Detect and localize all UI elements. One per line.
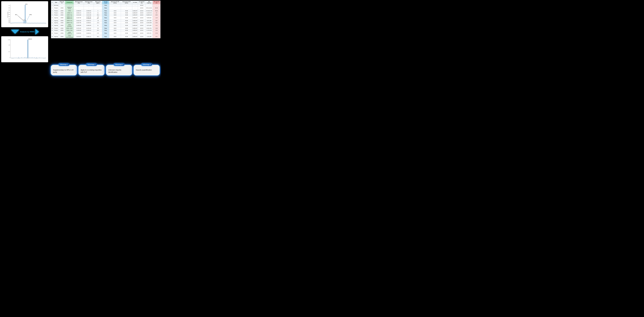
advantage-title-1: Advantage 1: [58, 63, 70, 66]
table-cell: 24,694.19: [84, 29, 94, 31]
table-cell: 49.93: [109, 31, 121, 35]
table-cell: 24,649.54: [74, 31, 84, 35]
table-cell: 100.00: [138, 10, 146, 12]
table-cell: Impurity: [53, 24, 59, 27]
advantage-card-4: Advantage 4Impurity quantification: [134, 65, 160, 75]
table-cell: 100.00: [138, 31, 146, 35]
table-cell: 24,631.09: [84, 12, 94, 14]
table-cell: 5,971,833: [146, 24, 153, 27]
table-cell: 49.93: [109, 27, 121, 29]
table-cell: 0.67: [153, 19, 160, 22]
table-cell: 49.88: [121, 19, 132, 22]
table-cell: 24,614.98: [84, 14, 94, 16]
col-header-type: Type: [53, 1, 59, 4]
table-cell: -: [132, 4, 138, 6]
ms-chart: 1.5e8 1e8 5e7 0 23500 24000 24500 25000 …: [1, 36, 48, 62]
advantage-title-3: Advantage 3: [114, 63, 125, 66]
table-cell: 100.00: [138, 4, 146, 6]
advantage-body-4: Impurity quantification: [136, 69, 158, 71]
table-cell: 10: [51, 27, 54, 29]
table-cell: 100.00: [138, 16, 146, 19]
table-cell: 12: [51, 31, 54, 35]
table-cell: 24593: [59, 6, 65, 10]
table-cell: Pass: [102, 14, 109, 16]
table-cell: 8: [51, 22, 54, 24]
table-cell: -: [74, 6, 84, 10]
left-panel: TIC (Counts) 1e7 9e6 8e6 7e6 6e6 5e6 4e6…: [0, 0, 51, 63]
table-cell: 100.00: [138, 29, 146, 31]
table-cell: 49.88: [121, 16, 132, 19]
top-row: TIC (Counts) 1e7 9e6 8e6 7e6 6e6 5e6 4e6…: [0, 0, 161, 63]
tic-y-axis-label: TIC (Counts): [7, 12, 8, 18]
table-cell: -: [109, 4, 121, 6]
svg-text:24500: 24500: [26, 58, 29, 59]
right-arrow-icon: [35, 29, 39, 35]
table-row: 11Product2459324593 +TEA24,693.6024,694.…: [51, 29, 160, 31]
table-row: 12Product2459324593 +H2O,+K24,649.5424,6…: [51, 31, 160, 35]
table-cell: Product: [53, 6, 59, 10]
table-cell: -: [59, 4, 65, 6]
table-row: 8Impurity2459324593 n+rG24,937.9524,938.…: [51, 22, 160, 24]
table-row: 4Product2459324593 +K24,631.1424,631.092…: [51, 12, 160, 14]
tic-chart: TIC (Counts) 1e7 9e6 8e6 7e6 6e6 5e6 4e6…: [1, 1, 48, 27]
table-cell: 24593: [59, 10, 65, 12]
table-cell: 6,695,647: [132, 10, 138, 12]
table-cell: 49.88: [121, 12, 132, 14]
table-cell: -: [121, 4, 132, 6]
svg-text:2e6: 2e6: [8, 21, 10, 22]
table-cell: 5: [51, 14, 54, 16]
col-header-exp-mass: Expected mass (Da): [84, 1, 94, 4]
table-cell: 0: [94, 10, 102, 12]
table-cell: 49.88: [121, 29, 132, 31]
table-cell: 24,663.09: [84, 24, 94, 27]
full-layout: TIC (Counts) 1e7 9e6 8e6 7e6 6e6 5e6 4e6…: [0, 0, 161, 77]
table-cell: 24,593.00: [84, 10, 94, 12]
table-cell: 2.44: [153, 29, 160, 31]
table-cell: 24593 +Na: [65, 14, 74, 16]
table-cell: 59.81: [153, 10, 160, 12]
table-cell: -0.8 39.7: [94, 16, 102, 19]
table-cell: 17.5: [94, 31, 102, 35]
table-cell: 24593: [59, 24, 65, 27]
table-cell: 49.93: [109, 29, 121, 31]
table-cell: 6,695,647: [132, 35, 138, 38]
table-cell: 100.00: [138, 14, 146, 16]
svg-text:24593.00: 24593.00: [28, 39, 32, 39]
table-cell: 6,695,647: [132, 16, 138, 19]
advantage-title-2: Advantage 2: [86, 63, 97, 66]
arrow-section: Analysis by HRMS: [1, 28, 50, 35]
table-cell: 49.88: [121, 22, 132, 24]
table-cell: 24,593.00: [74, 10, 84, 12]
table-cell: 49.93: [109, 16, 121, 19]
table-cell: 100.00: [138, 35, 146, 38]
table-cell: 6,695,647: [132, 24, 138, 27]
table-cell: 24,938.21: [84, 22, 94, 24]
table-cell: -: [109, 6, 121, 10]
col-header-num: #: [51, 1, 54, 4]
table-cell: -15: [94, 19, 102, 22]
svg-text:49.48: 49.48: [24, 20, 26, 21]
table-cell: Summary: [53, 4, 59, 6]
table-cell: 24593 All Forms: [65, 6, 74, 10]
table-cell: 100.00: [138, 6, 146, 10]
table-cell: -: [65, 4, 74, 6]
table-row: 5Product2459324593 +Na24,613.6024,614.98…: [51, 14, 160, 16]
svg-text:1e7: 1e7: [8, 5, 10, 6]
col-header-molid: Molecule ID: [59, 1, 65, 4]
table-cell: 24593 n+rA: [65, 19, 74, 22]
table-cell: -24.1: [94, 29, 102, 31]
table-cell: 8.69: [153, 14, 160, 16]
table-cell: 10,941,051: [146, 27, 153, 29]
table-cell: 6,695,647: [132, 22, 138, 24]
table-cell: Product: [53, 14, 59, 16]
table-cell: 49.88: [121, 10, 132, 12]
table-cell: 2: [51, 6, 54, 10]
table-cell: Pass: [102, 19, 109, 22]
table-cell: 90.53: [153, 6, 160, 10]
table-cell: 100.00: [138, 22, 146, 24]
table-cell: 11: [51, 29, 54, 31]
table-row: 6Impurity2459324593 n-rC 24593 n-rU24,28…: [51, 16, 160, 19]
table-cell: Pass: [102, 35, 109, 38]
svg-text:7e6: 7e6: [8, 12, 10, 13]
table-cell: Product: [53, 31, 59, 35]
